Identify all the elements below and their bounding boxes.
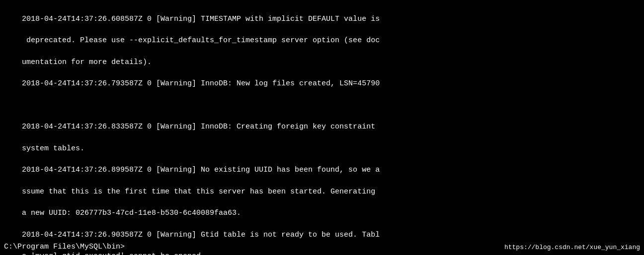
log-line-5: 2018-04-24T14:37:26.833587Z 0 [Warning] … [22,123,375,131]
log-line-1: 2018-04-24T14:37:26.608587Z 0 [Warning] … [22,15,380,23]
log-line-4: 2018-04-24T14:37:26.793587Z 0 [Warning] … [22,79,380,88]
blog-url: https://blog.csdn.net/xue_yun_xiang [504,244,640,251]
log-line-9: a new UUID: 026777b3-47cd-11e8-b530-6c40… [22,209,241,217]
terminal-window: 2018-04-24T14:37:26.608587Z 0 [Warning] … [0,0,644,255]
log-line-3: umentation for more details). [22,58,152,66]
log-line-11: e 'mysql.gtid_executed' cannot be opened… [22,252,205,255]
log-line-8: ssume that this is the first time that t… [22,188,375,196]
log-line-2: deprecated. Please use --explicit_defaul… [22,36,380,45]
bottom-bar: C:\Program Files\MySQL\bin> https://blog… [4,243,640,251]
log-line-6: system tables. [22,144,84,153]
command-prompt: C:\Program Files\MySQL\bin> [4,243,125,251]
log-line-7: 2018-04-24T14:37:26.899587Z 0 [Warning] … [22,166,380,174]
terminal-output: 2018-04-24T14:37:26.608587Z 0 [Warning] … [4,3,640,255]
log-line-10: 2018-04-24T14:37:26.903587Z 0 [Warning] … [22,231,380,239]
